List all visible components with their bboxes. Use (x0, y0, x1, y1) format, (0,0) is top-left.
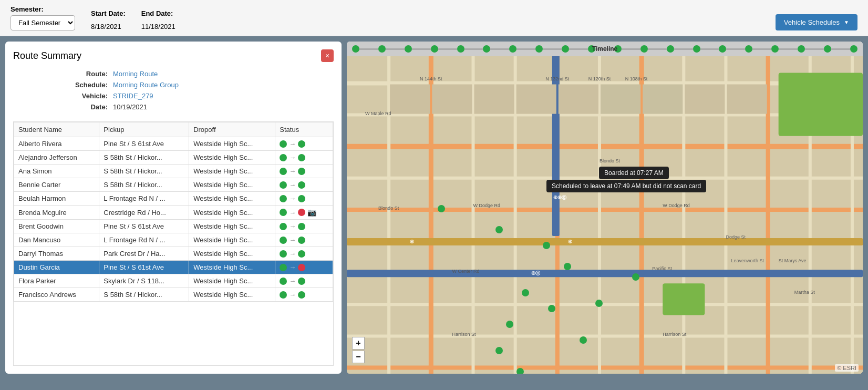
schedule-value: Morning Route Group (113, 81, 334, 89)
timeline-line (386, 48, 405, 50)
timeline-stop-dot[interactable] (588, 45, 595, 53)
timeline-line (779, 48, 798, 50)
route-value: Morning Route (113, 70, 334, 78)
map-stop[interactable] (438, 205, 445, 212)
table-row[interactable]: Alejandro JeffersonS 58th St / Hickor...… (14, 151, 333, 165)
dropoff-dot (298, 168, 305, 175)
table-row[interactable]: Beulah HarmonL Frontage Rd N / ...Westsi… (14, 192, 333, 206)
table-row[interactable]: Brent GoodwinPine St / S 61st AveWestsid… (14, 220, 333, 233)
timeline-stop-dot[interactable] (693, 45, 700, 53)
dropoff-dot (298, 223, 305, 230)
svg-rect-39 (643, 84, 683, 114)
timeline-line (648, 48, 667, 50)
map-stop[interactable] (516, 368, 524, 374)
svg-text:Pacific St: Pacific St (652, 266, 672, 271)
table-row[interactable]: Brenda McguireCrestridge Rd / Ho...Wests… (14, 206, 333, 220)
map-container[interactable]: ⑥ ⑥ ⑧⓪ ⑥⑧⓪ (347, 56, 863, 374)
close-button[interactable]: × (321, 49, 334, 62)
table-row[interactable]: Ana SimonS 58th St / Hickor...Westside H… (14, 165, 333, 178)
table-row[interactable]: Alberto RiveraPine St / S 61st AveWestsi… (14, 137, 333, 151)
end-date-value: 11/18/2021 (141, 19, 175, 30)
map-stop[interactable] (580, 336, 587, 344)
status-cell: → (275, 233, 333, 247)
boarding-dot (280, 140, 287, 148)
student-name-cell: Brenda Mcguire (14, 206, 99, 220)
timeline-stop-dot[interactable] (535, 45, 543, 53)
svg-text:Dodge St: Dodge St (726, 234, 746, 240)
map-stop[interactable] (495, 226, 503, 233)
panel-title: Route Summary (13, 50, 81, 61)
svg-text:⑥: ⑥ (568, 239, 572, 244)
timeline-line (490, 48, 509, 50)
boarding-dot (280, 223, 287, 230)
timeline-stop-dot[interactable] (405, 45, 412, 53)
map-stop[interactable] (506, 321, 513, 328)
status-icons: → (280, 277, 328, 285)
map-stop[interactable] (564, 263, 571, 270)
dropdown-arrow-icon: ▼ (844, 19, 849, 25)
table-row[interactable]: Dustin GarciaPine St / S 61st AveWestsid… (14, 261, 333, 274)
col-student-name: Student Name (14, 122, 99, 137)
timeline-stop-dot[interactable] (457, 45, 464, 53)
arrow-icon: → (289, 167, 296, 175)
svg-text:Leavenworth St: Leavenworth St (731, 258, 764, 263)
timeline-stop-dot[interactable] (824, 45, 831, 53)
table-row[interactable]: Bennie CarterS 58th St / Hickor...Westsi… (14, 178, 333, 192)
timeline-line (412, 48, 431, 50)
vehicle-label: Vehicle: (55, 92, 108, 100)
student-table-wrap[interactable]: Student Name Pickup Dropoff Status Alber… (13, 121, 334, 366)
student-table: Student Name Pickup Dropoff Status Alber… (14, 122, 333, 302)
timeline-stop-dot[interactable] (509, 45, 516, 53)
timeline-stop-dot[interactable] (667, 45, 674, 53)
status-cell: → (275, 192, 333, 206)
map-stop[interactable] (495, 347, 503, 354)
student-name-cell: Darryl Thomas (14, 247, 99, 261)
timeline-stop-dot[interactable] (352, 45, 359, 53)
timeline-stop-dot[interactable] (850, 45, 857, 53)
status-icons: → (280, 153, 328, 161)
student-name-cell: Alejandro Jefferson (14, 151, 99, 165)
timeline-stop-dot[interactable] (378, 45, 386, 53)
zoom-out-button[interactable]: − (352, 351, 365, 363)
map-stop[interactable] (595, 300, 603, 307)
table-row[interactable]: Francisco AndrewsS 58th St / Hickor...We… (14, 288, 333, 302)
route-label: Route: (55, 70, 108, 78)
start-date-field: Start Date: 8/18/2021 (91, 9, 126, 30)
semester-select[interactable]: Fall Semester (11, 15, 75, 30)
map-stop[interactable] (632, 273, 639, 281)
vehicle-schedules-button[interactable]: Vehicle Schedules ▼ (776, 14, 857, 30)
table-row[interactable]: Darryl ThomasPark Crest Dr / Ha...Westsi… (14, 247, 333, 261)
main-content: Route Summary × Route: Morning Route Sch… (0, 36, 868, 379)
svg-rect-38 (601, 84, 640, 114)
timeline-stop-dot[interactable] (719, 45, 726, 53)
map-stop[interactable] (543, 242, 550, 249)
boarding-dot (280, 154, 287, 161)
pickup-cell: Crestridge Rd / Ho... (99, 206, 189, 220)
student-name-cell: Dustin Garcia (14, 261, 99, 274)
pickup-cell: Skylark Dr / S 118... (99, 274, 189, 288)
status-cell: → (275, 220, 333, 233)
pickup-cell: Park Crest Dr / Ha... (99, 247, 189, 261)
svg-rect-41 (727, 84, 767, 114)
timeline-stop-dot[interactable] (798, 45, 805, 53)
table-row[interactable]: Dan MancusoL Frontage Rd N / ...Westside… (14, 233, 333, 247)
timeline-stop-dot[interactable] (640, 45, 648, 53)
table-row[interactable]: Flora ParkerSkylark Dr / S 118...Westsid… (14, 274, 333, 288)
timeline-stop-dot[interactable] (562, 45, 569, 53)
timeline-stop-dot[interactable] (431, 45, 438, 53)
timeline-stop-dot[interactable] (771, 45, 779, 53)
timeline-stop-dot[interactable] (745, 45, 752, 53)
arrow-icon: → (289, 291, 296, 299)
timeline-stop-dot[interactable] (483, 45, 490, 53)
map-stop[interactable] (548, 305, 555, 312)
pickup-cell: S 58th St / Hickor... (99, 165, 189, 178)
zoom-in-button[interactable]: + (352, 337, 365, 350)
dropoff-dot (298, 264, 305, 271)
student-name-cell: Brent Goodwin (14, 220, 99, 233)
pickup-cell: Pine St / S 61st Ave (99, 220, 189, 233)
dropoff-cell: Westside High Sc... (189, 288, 275, 302)
map-stop[interactable] (522, 289, 529, 296)
timeline-stop-dot[interactable] (614, 45, 622, 53)
pickup-cell: S 58th St / Hickor... (99, 151, 189, 165)
map-background: ⑥ ⑥ ⑧⓪ ⑥⑧⓪ (347, 56, 863, 374)
